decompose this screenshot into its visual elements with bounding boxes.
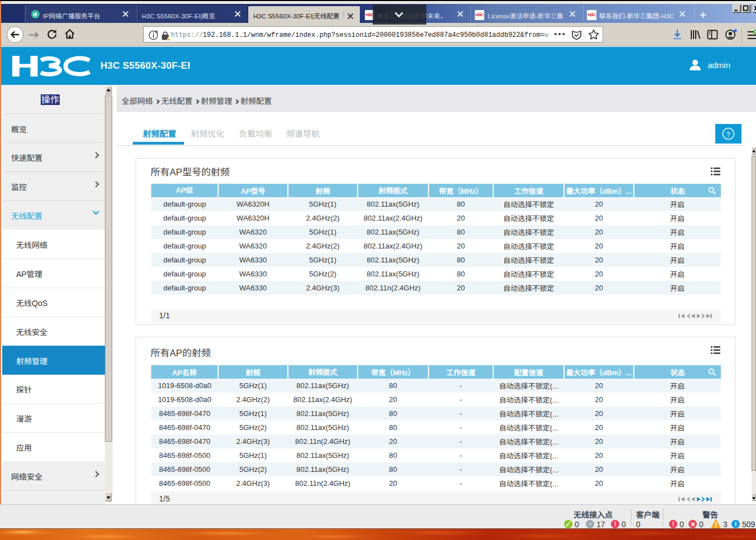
svg-text:?: ? [726,130,731,138]
